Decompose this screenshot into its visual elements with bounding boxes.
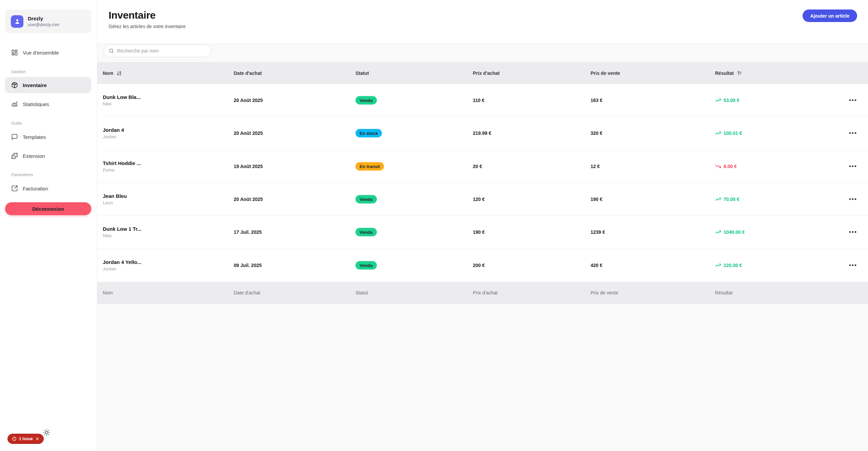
purchase-price: 20 € — [473, 164, 482, 169]
user-email: user@drezly.com — [28, 22, 59, 27]
sidebar-item-label: Statistiques — [23, 101, 49, 107]
purchase-date: 20 Août 2025 — [234, 98, 263, 103]
sidebar-item-inventaire[interactable]: Inventaire — [5, 77, 91, 93]
footer-col-prix-vente: Prix de vente — [591, 290, 618, 295]
sort-a-z-icon[interactable] — [116, 70, 122, 76]
row-actions-button[interactable]: ••• — [849, 262, 857, 269]
sidebar-section-gestion: Gestion — [11, 69, 26, 74]
sidebar-item-label: Vue d'ensemble — [23, 50, 59, 56]
row-actions-button[interactable]: ••• — [849, 229, 857, 235]
table-row[interactable]: Jordan 4 Jordan 20 Août 2025 En stock 21… — [97, 117, 868, 150]
theme-toggle-button[interactable] — [42, 428, 51, 437]
sidebar-item-label: Extension — [23, 153, 45, 159]
message-square-icon — [11, 134, 18, 140]
dashboard-icon — [11, 49, 18, 56]
purchase-date: 19 Août 2025 — [234, 164, 263, 169]
logout-button[interactable]: Déconnexion — [5, 202, 91, 215]
table-row[interactable]: Jordan 4 Yello... Jordan 09 Juil. 2025 V… — [97, 249, 868, 282]
chart-icon — [11, 101, 18, 107]
column-header-prix-vente[interactable]: Prix de vente — [591, 70, 620, 76]
status-badge: Vendu — [355, 96, 377, 105]
item-name: Tshirt Hoddie ... — [103, 160, 141, 166]
close-icon[interactable] — [35, 437, 39, 441]
result-amount: 100.01 € — [724, 130, 742, 136]
issue-badge[interactable]: 1 Issue — [7, 434, 44, 444]
page-title: Inventaire — [109, 9, 156, 21]
sale-price: 190 € — [591, 197, 602, 202]
row-actions-button[interactable]: ••• — [849, 196, 857, 203]
item-brand: Jordan — [103, 134, 124, 139]
status-badge: Vendu — [355, 261, 377, 270]
search-input[interactable] — [117, 48, 206, 54]
sun-icon — [43, 429, 50, 436]
sidebar-item-templates[interactable]: Templates — [5, 130, 91, 144]
column-header-resultat[interactable]: Résultat — [715, 70, 734, 76]
main-content: Inventaire Gérez les articles de votre i… — [97, 0, 868, 451]
status-badge: Vendu — [355, 228, 377, 237]
package-icon — [11, 82, 18, 88]
table-row[interactable]: Dunk Low 1 Tr... Nike 17 Juil. 2025 Vend… — [97, 216, 868, 249]
trending-up-icon — [715, 130, 721, 136]
result-value: 53.00 € — [715, 97, 739, 103]
item-brand: Jordan — [103, 266, 141, 271]
sidebar-item-extension[interactable]: Extension — [5, 149, 91, 163]
table-row[interactable]: Dunk Low Bla... Nike 20 Août 2025 Vendu … — [97, 84, 868, 117]
result-amount: 8.00 € — [724, 164, 737, 169]
sidebar-item-label: Facturation — [23, 186, 48, 191]
trending-up-icon — [715, 196, 721, 202]
result-amount: 53.00 € — [724, 98, 739, 103]
search-bar — [103, 44, 211, 57]
sidebar-item-label: Inventaire — [23, 82, 47, 88]
result-value: 220.00 € — [715, 262, 742, 268]
item-brand: Levis — [103, 200, 127, 205]
user-card[interactable]: Drezly user@drezly.com — [5, 9, 91, 33]
item-name: Jordan 4 Yello... — [103, 259, 141, 265]
result-value: 8.00 € — [715, 163, 737, 169]
search-icon — [109, 48, 114, 54]
purchase-price: 120 € — [473, 197, 485, 202]
purchase-date: 09 Juil. 2025 — [234, 263, 262, 268]
alert-circle-icon — [12, 436, 17, 441]
row-actions-button[interactable]: ••• — [849, 97, 857, 104]
purchase-price: 110 € — [473, 98, 484, 103]
item-brand: Nike — [103, 101, 141, 106]
column-header-date[interactable]: Date d'achat — [234, 70, 262, 76]
column-header-prix-achat[interactable]: Prix d'achat — [473, 70, 500, 76]
result-value: 100.01 € — [715, 130, 742, 136]
result-value: 70.00 € — [715, 196, 739, 202]
add-article-button[interactable]: Ajouter un article — [803, 9, 857, 22]
result-amount: 70.00 € — [724, 197, 739, 202]
result-value: 1049.00 € — [715, 229, 745, 235]
table-row[interactable]: Jean Bleu Levis 20 Août 2025 Vendu 120 €… — [97, 183, 868, 216]
sidebar-item-overview[interactable]: Vue d'ensemble — [5, 46, 91, 59]
table-body: Dunk Low Bla... Nike 20 Août 2025 Vendu … — [97, 84, 868, 282]
puzzle-icon — [11, 152, 18, 159]
footer-col-resultat: Résultat — [715, 290, 732, 295]
footer-col-prix-achat: Prix d'achat — [473, 290, 498, 295]
trending-down-icon — [715, 163, 721, 169]
sidebar-item-statistiques[interactable]: Statistiques — [5, 97, 91, 111]
result-amount: 1049.00 € — [724, 229, 745, 235]
footer-col-statut: Statut — [355, 290, 368, 295]
issue-badge-label: 1 Issue — [19, 436, 33, 441]
purchase-price: 200 € — [473, 263, 485, 268]
footer-col-date: Date d'achat — [234, 290, 260, 295]
table-footer: Nom Date d'achat Statut Prix d'achat Pri… — [97, 282, 868, 304]
sidebar-item-facturation[interactable]: Facturation — [5, 182, 91, 195]
column-header-nom[interactable]: Nom — [103, 70, 113, 76]
external-link-icon — [11, 185, 18, 192]
sort-filter-icon[interactable] — [737, 70, 742, 76]
purchase-price: 190 € — [473, 229, 485, 235]
sidebar-item-label: Templates — [23, 134, 46, 140]
row-actions-button[interactable]: ••• — [849, 130, 857, 137]
item-name: Dunk Low 1 Tr... — [103, 226, 141, 232]
sidebar-section-parametres: Paramètres — [11, 172, 33, 177]
footer-col-nom: Nom — [103, 290, 113, 295]
sale-price: 320 € — [591, 130, 602, 136]
table-row[interactable]: Tshirt Hoddie ... Puma 19 Août 2025 En t… — [97, 150, 868, 183]
row-actions-button[interactable]: ••• — [849, 163, 857, 170]
sale-price: 1239 € — [591, 229, 605, 235]
sale-price: 163 € — [591, 98, 602, 103]
sale-price: 420 € — [591, 263, 602, 268]
column-header-statut[interactable]: Statut — [355, 70, 369, 76]
